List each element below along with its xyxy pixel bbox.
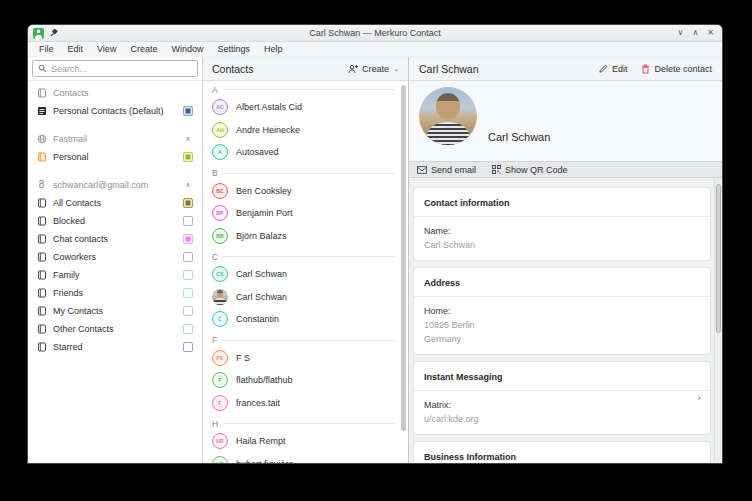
chevron-up-icon[interactable]: ∧	[183, 135, 193, 143]
group-letter: B	[212, 168, 218, 178]
sidebar-section-gmail[interactable]: 8 schwancarl@gmail.com ∧	[34, 176, 195, 194]
sidebar-section-contacts[interactable]: Contacts	[34, 84, 195, 102]
contact-row[interactable]: HR Haila Rempt	[203, 430, 408, 453]
checkbox-personal[interactable]	[183, 152, 193, 162]
send-email-button[interactable]: Send email	[417, 165, 476, 175]
sidebar-section-label: Contacts	[53, 88, 193, 98]
sidebar-item-personal-contacts-default[interactable]: Personal Contacts (Default)	[34, 102, 195, 120]
chevron-up-icon[interactable]: ∧	[183, 181, 193, 189]
card-instant-messaging[interactable]: Instant Messaging Matrix: u/carl:kde.org…	[414, 362, 710, 434]
address-book-icon	[36, 270, 47, 281]
contact-name: Ben Cooksley	[236, 186, 292, 196]
window-title: Carl Schwan — Merkuro Contact	[28, 28, 722, 38]
search-icon	[38, 64, 47, 73]
avatar: HF	[212, 456, 228, 463]
checkbox-personal-contacts[interactable]	[183, 106, 193, 116]
sidebar-item-label: Family	[53, 270, 177, 280]
card-title: Contact information	[414, 196, 710, 217]
close-button[interactable]: ✕	[707, 28, 714, 38]
delete-contact-button[interactable]: Delete contact	[641, 64, 712, 74]
contact-row[interactable]: C Constantin	[203, 308, 408, 331]
detail-title: Carl Schwan	[419, 63, 585, 75]
contact-name: Benjamin Port	[236, 208, 293, 218]
delete-button-label: Delete contact	[654, 64, 712, 74]
menu-edit[interactable]: Edit	[61, 44, 91, 54]
avatar: FS	[212, 350, 228, 366]
contact-row[interactable]: BC Ben Cooksley	[203, 180, 408, 203]
contact-name: flathub/flathub	[236, 375, 293, 385]
show-qr-code-button[interactable]: Show QR Code	[492, 165, 568, 175]
sidebar-section-fastmail[interactable]: Fastmail ∧	[34, 130, 195, 148]
avatar-photo	[212, 289, 228, 305]
group-letter: F	[212, 335, 217, 345]
sidebar-header	[28, 57, 202, 81]
sidebar-item-label: Blocked	[53, 216, 177, 226]
contact-row[interactable]: A Autosaved	[203, 141, 408, 164]
address-book-icon	[36, 306, 47, 317]
sidebar-section-label: Fastmail	[53, 134, 177, 144]
checkbox-starred[interactable]	[183, 342, 193, 352]
contact-detail-panel: Carl Schwan Edit Delete contact Carl Sch…	[409, 57, 722, 463]
checkbox-my-contacts[interactable]	[183, 306, 193, 316]
contact-row[interactable]: AC Albert Astals Cid	[203, 96, 408, 119]
avatar: F	[212, 395, 228, 411]
edit-button[interactable]: Edit	[599, 64, 628, 74]
qr-code-icon	[492, 165, 501, 174]
sidebar-item-chat-contacts[interactable]: Chat contacts	[34, 230, 195, 248]
contact-name: Andre Heinecke	[236, 125, 300, 135]
contact-row[interactable]: FS F S	[203, 347, 408, 370]
contact-row[interactable]: F frances.tait	[203, 392, 408, 415]
create-button-label: Create	[362, 64, 389, 74]
detail-scrollbar-thumb[interactable]	[716, 184, 721, 333]
search-box[interactable]	[32, 60, 198, 77]
contact-row[interactable]: AH Andre Heinecke	[203, 119, 408, 142]
menu-file[interactable]: File	[32, 44, 61, 54]
sidebar-item-starred[interactable]: Starred	[34, 338, 195, 356]
checkbox-family[interactable]	[183, 270, 193, 280]
contact-row[interactable]: F flathub/flathub	[203, 369, 408, 392]
checkbox-chat-contacts[interactable]	[183, 234, 193, 244]
contact-list: A AC Albert Astals Cid AH Andre Heinecke…	[203, 81, 408, 463]
contact-row[interactable]: BP Benjamin Port	[203, 202, 408, 225]
group-header: B	[203, 167, 408, 180]
minimize-button[interactable]: ∨	[678, 28, 684, 38]
avatar: CS	[212, 266, 228, 282]
address-book-icon	[36, 234, 47, 245]
search-input[interactable]	[51, 64, 192, 74]
sidebar-item-my-contacts[interactable]: My Contacts	[34, 302, 195, 320]
create-button[interactable]: Create ⌄	[348, 64, 399, 74]
sidebar-item-label: Chat contacts	[53, 234, 177, 244]
sidebar-item-label: Starred	[53, 342, 177, 352]
checkbox-coworkers[interactable]	[183, 252, 193, 262]
contact-row[interactable]: CS Carl Schwan	[203, 263, 408, 286]
avatar: AH	[212, 122, 228, 138]
contact-row[interactable]: BB Björn Balazs	[203, 225, 408, 248]
contact-row[interactable]: HF hubert figuière	[203, 453, 408, 464]
menu-window[interactable]: Window	[164, 44, 210, 54]
pencil-icon	[599, 64, 608, 73]
sidebar-item-family[interactable]: Family	[34, 266, 195, 284]
sidebar-item-coworkers[interactable]: Coworkers	[34, 248, 195, 266]
contact-row[interactable]: Carl Schwan	[203, 286, 408, 309]
sidebar-item-all-contacts[interactable]: All Contacts	[34, 194, 195, 212]
checkbox-friends[interactable]	[183, 288, 193, 298]
sidebar-item-label: Personal	[53, 152, 177, 162]
menu-help[interactable]: Help	[257, 44, 290, 54]
field-label: Home:	[424, 306, 700, 316]
menu-create[interactable]: Create	[123, 44, 164, 54]
sidebar-item-personal[interactable]: Personal	[34, 148, 195, 166]
menu-settings[interactable]: Settings	[210, 44, 257, 54]
checkbox-other-contacts[interactable]	[183, 324, 193, 334]
sidebar-item-blocked[interactable]: Blocked	[34, 212, 195, 230]
sidebar-section-label: schwancarl@gmail.com	[53, 180, 177, 190]
sidebar-item-other-contacts[interactable]: Other Contacts	[34, 320, 195, 338]
titlebar[interactable]: Carl Schwan — Merkuro Contact ∨ ∧ ✕	[28, 25, 722, 42]
checkbox-all-contacts[interactable]	[183, 198, 193, 208]
contact-list-scrollbar[interactable]	[401, 85, 406, 431]
menu-view[interactable]: View	[90, 44, 123, 54]
field-value: Carl Schwan	[424, 240, 700, 250]
checkbox-blocked[interactable]	[183, 216, 193, 226]
edit-button-label: Edit	[612, 64, 628, 74]
sidebar-item-friends[interactable]: Friends	[34, 284, 195, 302]
maximize-button[interactable]: ∧	[692, 28, 698, 38]
